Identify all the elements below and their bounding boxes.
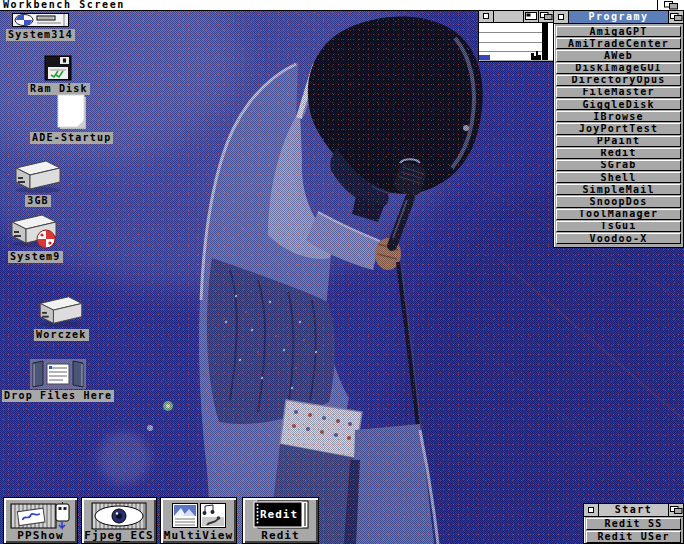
start-list: Redit SS Redit USer bbox=[584, 517, 683, 544]
graph-bump bbox=[531, 53, 534, 60]
multiview-icon bbox=[172, 501, 226, 530]
window-title: Start bbox=[599, 504, 668, 516]
dock-item-label: MultiView bbox=[164, 530, 234, 542]
program-button-sgrab[interactable]: SGrab bbox=[556, 160, 681, 171]
desktop-icon-system314[interactable]: System314 bbox=[6, 13, 75, 41]
program-button-ppaint[interactable]: PPaint bbox=[556, 136, 681, 147]
dock-item-label: PPShow bbox=[17, 530, 63, 542]
graph-corner-chip bbox=[479, 55, 490, 60]
screen-depth-gadget[interactable] bbox=[657, 0, 684, 10]
dock-item-redit[interactable]: Redit Redit bbox=[242, 497, 319, 544]
desktop-icon-system9[interactable]: System9 bbox=[8, 212, 63, 263]
dock-item-label: Redit bbox=[261, 530, 300, 542]
dock-item-fjpeg-ecs[interactable]: Fjpeg_ECS bbox=[81, 497, 157, 544]
desktop-icon-drop-files-here[interactable]: Drop Files Here bbox=[2, 359, 114, 402]
document-icon bbox=[55, 94, 89, 131]
start-window: Start Redit SS Redit USer bbox=[583, 503, 684, 544]
depth-icon bbox=[664, 1, 678, 10]
window-title: Programy bbox=[569, 11, 668, 23]
graph-bump bbox=[538, 55, 541, 60]
programy-titlebar[interactable]: Programy bbox=[554, 11, 683, 24]
close-gadget[interactable] bbox=[554, 11, 569, 23]
close-gadget[interactable] bbox=[584, 504, 599, 516]
desktop-icon-ade-startup[interactable]: ADE-Startup bbox=[30, 94, 113, 144]
monitor-window bbox=[478, 9, 554, 62]
harddrive-icon bbox=[36, 294, 86, 328]
dock-item-ppshow[interactable]: PPShow bbox=[3, 497, 78, 544]
window-title bbox=[494, 10, 523, 22]
redit-icon-text: Redit bbox=[259, 508, 297, 521]
program-button-redit[interactable]: Redit bbox=[556, 148, 681, 159]
program-button-voodoo-x[interactable]: Voodoo-X bbox=[556, 233, 681, 244]
desktop-icon-ram-disk[interactable]: Ram Disk bbox=[28, 55, 90, 95]
desktop-icon-label[interactable]: ADE-Startup bbox=[30, 132, 113, 144]
program-button-shell[interactable]: Shell bbox=[556, 172, 681, 183]
usage-graph bbox=[479, 23, 553, 60]
program-button-directoryopus[interactable]: DirectoryOpus bbox=[556, 75, 681, 86]
dock-item-multiview[interactable]: MultiView bbox=[160, 497, 237, 544]
program-button-joyporttest[interactable]: JoyPortTest bbox=[556, 123, 681, 134]
start-titlebar[interactable]: Start bbox=[584, 504, 683, 517]
floppy-disk-icon bbox=[44, 55, 74, 82]
zoom-gadget[interactable] bbox=[523, 10, 538, 22]
desktop-icon-worczek[interactable]: Worczek bbox=[34, 294, 89, 341]
graph-gridline bbox=[479, 32, 544, 33]
drop-tray-icon bbox=[30, 359, 86, 389]
desktop-icon-3gb[interactable]: 3GB bbox=[12, 158, 64, 207]
graph-bar bbox=[542, 23, 548, 60]
depth-icon bbox=[540, 12, 553, 20]
program-button-toolmanager[interactable]: ToolManager bbox=[556, 209, 681, 220]
depth-gadget[interactable] bbox=[668, 11, 683, 23]
close-icon bbox=[483, 13, 489, 19]
depth-gadget[interactable] bbox=[538, 10, 553, 22]
screen-titlebar[interactable]: Workbench Screen bbox=[0, 0, 684, 11]
program-button-snoopdos[interactable]: SnoopDos bbox=[556, 196, 681, 207]
depth-gadget[interactable] bbox=[668, 504, 683, 516]
program-button-filemaster[interactable]: FileMaster bbox=[556, 87, 681, 98]
redit-notepad-icon: Redit bbox=[251, 499, 311, 530]
desktop-icon-label[interactable]: Worczek bbox=[34, 329, 89, 341]
program-button-tsgui[interactable]: TsGui bbox=[556, 221, 681, 232]
desktop-icon-label[interactable]: Drop Files Here bbox=[2, 390, 114, 402]
monitor-titlebar[interactable] bbox=[479, 10, 553, 23]
graph-bump bbox=[534, 56, 536, 60]
desktop-icon-label[interactable]: System314 bbox=[6, 29, 75, 41]
close-icon bbox=[588, 507, 594, 513]
program-list: AmigaGPT AmiTradeCenter AWeb DiskImageGU… bbox=[554, 24, 683, 246]
harddrive-boingball-icon bbox=[8, 212, 62, 250]
programy-window: Programy AmigaGPT AmiTradeCenter AWeb Di… bbox=[553, 10, 684, 248]
start-button-redit-ss[interactable]: Redit SS bbox=[586, 518, 681, 530]
screen-title: Workbench Screen bbox=[0, 0, 125, 10]
zoom-icon bbox=[525, 12, 537, 20]
program-button-simplemail[interactable]: SimpleMail bbox=[556, 184, 681, 195]
program-button-ibrowse[interactable]: IBrowse bbox=[556, 111, 681, 122]
desktop-icon-label[interactable]: 3GB bbox=[25, 195, 51, 207]
desktop-icon-label[interactable]: System9 bbox=[8, 251, 63, 263]
depth-icon bbox=[670, 13, 683, 21]
harddrive-icon bbox=[12, 158, 64, 194]
program-button-diskimagegui[interactable]: DiskImageGUI bbox=[556, 63, 681, 74]
graph-gridline bbox=[479, 51, 544, 52]
program-button-aweb[interactable]: AWeb bbox=[556, 50, 681, 61]
graph-bump bbox=[536, 51, 538, 60]
close-icon bbox=[558, 14, 564, 20]
dock-item-label: Fjpeg_ECS bbox=[84, 530, 154, 542]
fjpeg-eye-icon bbox=[91, 502, 147, 530]
program-button-amitradecenter[interactable]: AmiTradeCenter bbox=[556, 38, 681, 49]
ppshow-icon bbox=[10, 501, 72, 530]
program-button-amigagpt[interactable]: AmigaGPT bbox=[556, 26, 681, 37]
start-button-redit-user[interactable]: Redit USer bbox=[586, 531, 681, 543]
depth-icon bbox=[670, 506, 683, 514]
graph-gridline bbox=[479, 42, 544, 43]
program-button-giggledisk[interactable]: GiggleDisk bbox=[556, 99, 681, 110]
close-gadget[interactable] bbox=[479, 10, 494, 22]
cdrom-drive-icon bbox=[12, 13, 70, 28]
workbench-screen: Workbench Screen System314 bbox=[0, 0, 684, 544]
